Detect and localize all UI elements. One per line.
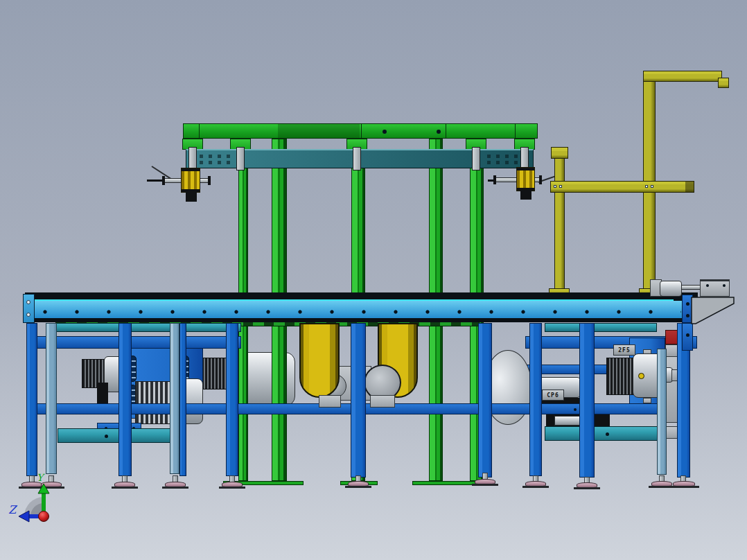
foot-base	[345, 486, 371, 488]
foot-base	[112, 487, 138, 489]
rod-end	[208, 176, 211, 185]
foot-base	[522, 486, 549, 488]
gearbox-foot	[319, 395, 341, 408]
table-leg[interactable]	[46, 323, 57, 474]
gripper-band	[517, 168, 534, 170]
gantry-top-arm[interactable]	[643, 71, 722, 82]
beam-divider	[361, 124, 362, 138]
joint-bolt	[554, 185, 556, 188]
plate-bolt	[686, 314, 689, 317]
beam-hole	[383, 130, 387, 134]
shaft-marker	[638, 373, 644, 379]
lower-teal-rail[interactable]	[58, 428, 173, 443]
foot-base	[162, 487, 188, 489]
gantry-post-cap	[551, 147, 568, 159]
origin-ball[interactable]	[39, 511, 49, 522]
gripper-band	[182, 168, 200, 171]
foot-base	[472, 484, 498, 486]
lower-teal-rail[interactable]	[545, 426, 659, 441]
gearbox-label-text: 2F5	[618, 347, 630, 353]
rod-end	[493, 175, 496, 184]
beam-clamp	[236, 147, 245, 170]
block-bolt	[723, 284, 726, 287]
belt-loop-left[interactable]	[299, 323, 340, 398]
beam-clamp	[188, 147, 197, 170]
frame-beam[interactable]	[33, 336, 241, 349]
joint-bolt	[651, 185, 653, 188]
table-leg[interactable]	[118, 323, 132, 476]
crossbar-notch	[685, 182, 694, 192]
cad-viewport[interactable]: 2F5 CP6	[0, 0, 747, 560]
overhead-frame-beam[interactable]	[183, 123, 538, 139]
table-leg[interactable]	[529, 323, 542, 476]
cap-bolt	[26, 300, 30, 304]
y-axis-label: Y	[37, 472, 45, 483]
beam-divider	[199, 124, 200, 138]
rod-end	[539, 175, 542, 184]
table-end-plate-lower[interactable]	[682, 323, 693, 351]
foot-base	[219, 487, 245, 489]
gusset-bracket[interactable]	[691, 296, 735, 325]
gearbox-foot	[370, 395, 395, 408]
flange-lug	[643, 398, 651, 403]
rod-end	[162, 176, 165, 185]
conveyor-side-rail[interactable]	[25, 301, 698, 320]
beam-segment-shade	[278, 124, 360, 138]
table-bottom-edge	[25, 318, 698, 322]
gearbox-label-plate: 2F5	[613, 344, 635, 356]
gripper-left-body[interactable]	[181, 168, 200, 193]
z-axis-arrow[interactable]	[19, 511, 29, 522]
gripper-foot	[186, 192, 197, 202]
table-leg[interactable]	[657, 349, 667, 475]
beam-bolt	[574, 408, 577, 411]
upper-teal-rail[interactable]	[47, 323, 241, 332]
gearbox-label-plate: CP6	[542, 390, 564, 401]
right-motor-fins[interactable]	[606, 358, 635, 395]
table-leg[interactable]	[179, 323, 186, 476]
beam-clamp	[472, 147, 480, 170]
beam-hole	[437, 130, 441, 134]
center-post[interactable]	[351, 323, 366, 478]
gantry-crossbar[interactable]	[550, 181, 694, 193]
table-leg[interactable]	[478, 323, 492, 478]
joint-bolt	[645, 185, 648, 188]
cap-bolt	[26, 313, 30, 317]
table-leg[interactable]	[579, 323, 595, 478]
gantry-arm-step[interactable]	[718, 78, 729, 88]
slide-block[interactable]	[700, 279, 730, 297]
y-axis-arrow[interactable]	[38, 484, 49, 493]
table-leg[interactable]	[170, 323, 179, 474]
upper-teal-rail[interactable]	[545, 323, 657, 332]
table-end-cap[interactable]	[23, 294, 35, 323]
rail-bolt	[105, 435, 108, 438]
rail-bolt	[606, 432, 609, 436]
z-axis-label: Z	[8, 503, 18, 516]
beam-divider	[515, 124, 516, 138]
plate-bolt	[686, 333, 689, 337]
foot-base	[574, 487, 600, 489]
foot-base	[670, 486, 699, 488]
cylinder-rod	[681, 285, 701, 290]
beam-divider	[446, 124, 446, 138]
beam-clamp	[353, 147, 361, 170]
gantry-post-short[interactable]	[554, 148, 565, 294]
table-leg[interactable]	[26, 323, 37, 476]
pneumatic-cylinder[interactable]	[660, 281, 682, 297]
joint-bolt	[559, 185, 562, 188]
view-triad[interactable]: Y Z	[7, 470, 83, 530]
gripper-right-body[interactable]	[516, 167, 535, 191]
rail-bolt-holes	[41, 308, 681, 316]
gripper-foot	[520, 191, 531, 200]
plate-bolt	[686, 302, 689, 306]
gearbox-label-text: CP6	[547, 392, 559, 399]
block-bolt	[706, 284, 709, 287]
gripper-rod-thin	[147, 180, 164, 182]
table-leg[interactable]	[226, 323, 238, 476]
